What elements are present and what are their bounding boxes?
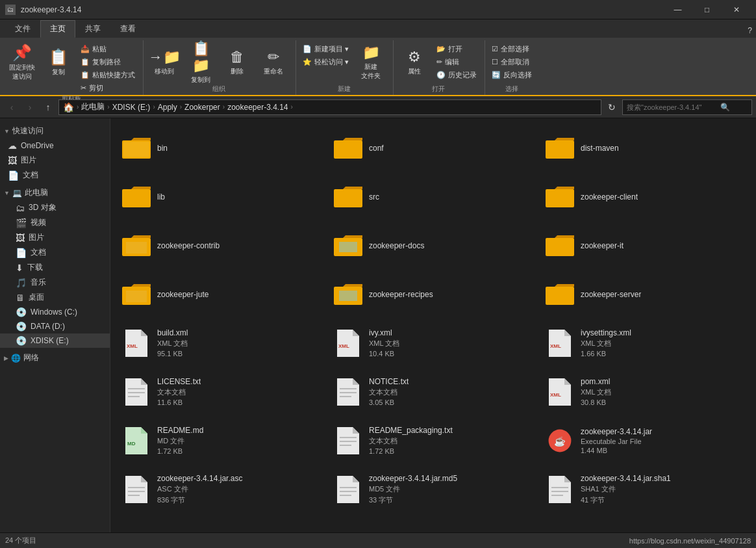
copy-icon: 📋 — [49, 48, 68, 66]
search-input[interactable] — [627, 103, 718, 111]
list-item[interactable]: lib — [116, 172, 327, 221]
quick-access-header[interactable]: ▼ 快速访问 — [0, 124, 110, 138]
path-this-pc[interactable]: 此电脑 — [81, 101, 105, 112]
invert-select-button[interactable]: 🔄 反向选择 — [489, 69, 535, 81]
properties-button[interactable]: ⚙ 属性 — [397, 42, 431, 83]
refresh-button[interactable]: ↻ — [604, 99, 620, 115]
list-item[interactable]: zookeeper-3.4.14.jar.asc ASC 文件 836 字节 — [116, 465, 327, 514]
tab-file[interactable]: 文件 — [5, 20, 40, 38]
search-icon: 🔍 — [720, 103, 730, 112]
list-item[interactable]: bin — [116, 124, 327, 172]
xml-file-icon: XML — [333, 328, 364, 359]
list-item[interactable]: XML ivy.xml XML 文档 10.4 KB — [327, 319, 539, 367]
edit-icon: ✏ — [436, 58, 442, 66]
list-item[interactable]: MD README.md MD 文件 1.72 KB — [116, 416, 327, 465]
folder-icon — [333, 181, 364, 213]
minimize-button[interactable]: — — [663, 0, 692, 20]
sidebar-item-e-drive[interactable]: 💿 XDISK (E:) — [0, 333, 110, 348]
folder-icon — [333, 230, 364, 261]
properties-icon: ⚙ — [408, 49, 421, 66]
forward-button[interactable]: › — [22, 99, 38, 115]
pictures-icon: 🖼 — [16, 233, 25, 243]
path-xdisk[interactable]: XDISK (E:) — [112, 103, 151, 112]
tab-share[interactable]: 共享 — [75, 20, 110, 38]
path-home-icon: 🏠 — [63, 102, 74, 112]
list-item[interactable]: ☕ zookeeper-3.4.14.jar Executable Jar Fi… — [539, 416, 751, 465]
sidebar-item-pictures-quick[interactable]: 🖼 图片 — [0, 153, 110, 168]
close-button[interactable]: ✕ — [722, 0, 751, 20]
svg-rect-1 — [123, 142, 149, 157]
sidebar-item-pictures[interactable]: 🖼 图片 — [0, 230, 110, 245]
select-all-icon: ☑ — [492, 45, 498, 53]
sidebar-item-3d[interactable]: 🗂 3D 对象 — [0, 200, 110, 215]
list-item[interactable]: XML build.xml XML 文档 95.1 KB — [116, 319, 327, 367]
copy-path-icon: 📋 — [81, 58, 90, 66]
back-button[interactable]: ‹ — [4, 99, 19, 115]
list-item[interactable]: zookeeper-docs — [327, 221, 539, 270]
cut-button[interactable]: ✂ 剪切 — [78, 82, 138, 94]
list-item[interactable]: XML pom.xml XML 文档 30.8 KB — [539, 367, 751, 416]
tab-home[interactable]: 主页 — [40, 20, 75, 38]
list-item[interactable]: zookeeper-3.4.14.jar.md5 MD5 文件 33 字节 — [327, 465, 539, 514]
pin-button[interactable]: 📌 固定到快速访问 — [5, 42, 39, 83]
paste-shortcut-button[interactable]: 📋 粘贴快捷方式 — [78, 69, 138, 81]
list-item[interactable]: zookeeper-3.4.14.jar.sha1 SHA1 文件 41 字节 — [539, 465, 751, 514]
delete-button[interactable]: 🗑 删除 — [220, 42, 254, 83]
copy-button[interactable]: 📋 复制 — [42, 42, 75, 83]
list-item[interactable]: NOTICE.txt 文本文档 3.05 KB — [327, 367, 539, 416]
move-button[interactable]: →📁 移动到 — [147, 42, 181, 83]
sidebar-item-desktop[interactable]: 🖥 桌面 — [0, 290, 110, 305]
this-pc-header[interactable]: ▼ 💻 此电脑 — [0, 185, 110, 200]
sidebar-item-music[interactable]: 🎵 音乐 — [0, 275, 110, 290]
maximize-button[interactable]: □ — [692, 0, 722, 20]
list-item[interactable]: README_packaging.txt 文本文档 1.72 KB — [327, 416, 539, 465]
search-box[interactable]: 🔍 — [622, 99, 752, 115]
select-all-button[interactable]: ☑ 全部选择 — [489, 43, 535, 55]
title-bar-icons: 🗂 — [5, 5, 16, 15]
up-button[interactable]: ↑ — [40, 99, 56, 115]
select-none-button[interactable]: ☐ 全部取消 — [489, 56, 535, 68]
path-zookerper[interactable]: Zookerper — [184, 103, 220, 112]
copy-path-button[interactable]: 📋 复制路径 — [78, 56, 138, 68]
network-header[interactable]: ▶ 🌐 网络 — [0, 350, 110, 365]
ribbon-group-clipboard: 📌 固定到快速访问 📋 复制 📥 粘贴 📋 复制路径 📋 粘贴快捷方式 — [3, 40, 144, 95]
new-item-button[interactable]: 📄 新建项目 ▾ — [300, 43, 351, 55]
list-item[interactable]: XML ivysettings.xml XML 文档 1.66 KB — [539, 319, 751, 367]
list-item[interactable]: dist-maven — [539, 124, 751, 172]
list-item[interactable]: zookeeper-contrib — [116, 221, 327, 270]
list-item[interactable]: src — [327, 172, 539, 221]
new-folder-button[interactable]: 📁 新建文件夹 — [354, 42, 388, 83]
list-item[interactable]: conf — [327, 124, 539, 172]
sidebar-item-downloads[interactable]: ⬇ 下载 — [0, 260, 110, 275]
help-button[interactable]: ? — [744, 23, 756, 38]
path-zookeeper-version[interactable]: zookeeper-3.4.14 — [227, 103, 288, 112]
sidebar-item-c-drive[interactable]: 💿 Windows (C:) — [0, 305, 110, 319]
list-item[interactable]: zookeeper-recipes — [327, 270, 539, 319]
edit-button[interactable]: ✏ 编辑 — [434, 56, 479, 68]
tab-view[interactable]: 查看 — [110, 20, 145, 38]
list-item[interactable]: LICENSE.txt 文本文档 11.6 KB — [116, 367, 327, 416]
sidebar-item-documents[interactable]: 📄 文档 — [0, 245, 110, 260]
svg-rect-4 — [122, 189, 151, 207]
sidebar-item-d-drive[interactable]: 💿 DATA (D:) — [0, 319, 110, 333]
rename-button[interactable]: ✏ 重命名 — [257, 42, 290, 83]
copy-to-button[interactable]: 📋📁 复制到 — [184, 42, 218, 83]
easy-access-button[interactable]: ⭐ 轻松访问 ▾ — [300, 56, 351, 68]
open-button[interactable]: 📂 打开 — [434, 43, 479, 55]
list-item[interactable]: zookeeper-it — [539, 221, 751, 270]
sidebar-item-video[interactable]: 🎬 视频 — [0, 215, 110, 230]
docs-quick-icon: 📄 — [8, 170, 19, 181]
sidebar-item-docs-quick[interactable]: 📄 文档 — [0, 168, 110, 183]
list-item[interactable]: zookeeper-server — [539, 270, 751, 319]
sidebar-quick-access: ▼ 快速访问 ☁ OneDrive 🖼 图片 📄 文档 — [0, 124, 110, 183]
address-path[interactable]: 🏠 › 此电脑 › XDISK (E:) › Apply › Zookerper… — [58, 99, 601, 115]
path-apply[interactable]: Apply — [158, 103, 177, 112]
copy-to-icon: 📋📁 — [184, 40, 218, 74]
svg-text:☕: ☕ — [554, 435, 566, 447]
history-button[interactable]: 🕐 历史记录 — [434, 69, 479, 81]
list-item[interactable]: zookeeper-jute — [116, 270, 327, 319]
sidebar-item-onedrive[interactable]: ☁ OneDrive — [0, 138, 110, 153]
xml-file-icon: XML — [544, 328, 575, 359]
list-item[interactable]: zookeeper-client — [539, 172, 751, 221]
paste-button[interactable]: 📥 粘贴 — [78, 43, 138, 55]
